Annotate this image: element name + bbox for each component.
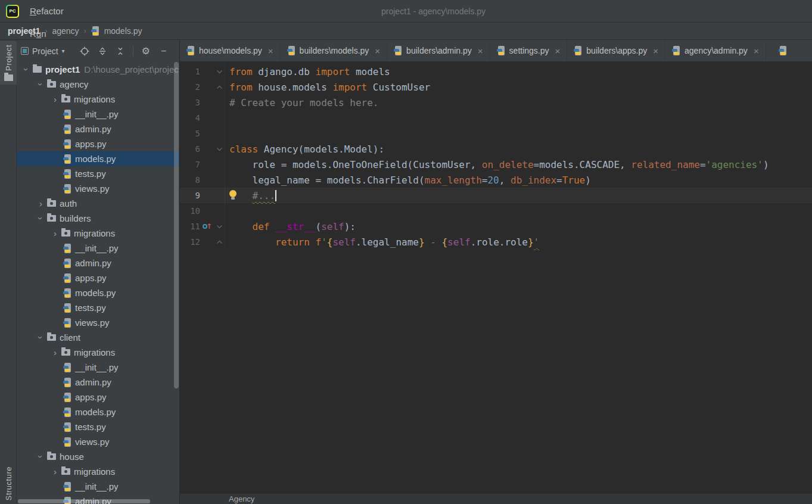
tree-item-views-py[interactable]: views.py bbox=[17, 434, 179, 449]
chevron-down-icon[interactable]: › bbox=[36, 78, 46, 91]
chevron-down-icon[interactable]: › bbox=[36, 331, 46, 344]
code-line-9[interactable]: 9 #... bbox=[180, 188, 812, 203]
tree-item-apps-py[interactable]: apps.py bbox=[17, 136, 179, 151]
code-line-6[interactable]: 6class Agency(models.Model): bbox=[180, 141, 812, 157]
editor-tab-builders-apps-py[interactable]: builders\apps.py× bbox=[567, 40, 665, 61]
lightbulb-icon[interactable] bbox=[229, 190, 237, 200]
code-line-10[interactable]: 10 bbox=[180, 203, 812, 219]
close-icon[interactable]: × bbox=[375, 46, 380, 56]
code-line-11[interactable]: 11↑ def __str__(self): bbox=[180, 219, 812, 234]
tree-item-apps-py[interactable]: apps.py bbox=[17, 390, 179, 405]
stripe-tab-structure[interactable]: Structure bbox=[0, 463, 17, 504]
chevron-right-icon[interactable]: › bbox=[49, 466, 61, 477]
tree-item-migrations[interactable]: ›migrations bbox=[17, 226, 179, 241]
expand-all-icon[interactable] bbox=[97, 46, 108, 57]
tree-item-admin-py[interactable]: admin.py bbox=[17, 256, 179, 270]
tree-item-auth[interactable]: ›auth bbox=[17, 196, 179, 211]
chevron-down-icon[interactable]: › bbox=[36, 450, 46, 463]
chevron-down-icon[interactable]: › bbox=[21, 63, 32, 76]
code-token: #... bbox=[253, 190, 276, 201]
python-file-icon bbox=[63, 422, 71, 432]
chevron-right-icon[interactable]: › bbox=[49, 347, 61, 357]
code-token: { bbox=[441, 237, 447, 248]
menu-refactor[interactable]: Refactor bbox=[24, 0, 71, 23]
chevron-right-icon[interactable]: › bbox=[35, 198, 47, 209]
code-line-4[interactable]: 4 bbox=[180, 110, 812, 126]
editor-tab-builders-models-py[interactable]: builders\models.py× bbox=[281, 40, 388, 61]
tree-item-views-py[interactable]: views.py bbox=[17, 315, 179, 330]
collapse-all-icon[interactable] bbox=[115, 46, 126, 57]
chevron-right-icon[interactable]: › bbox=[49, 94, 61, 104]
fold-up-icon[interactable] bbox=[214, 240, 225, 244]
breadcrumb-file[interactable]: models.py bbox=[104, 26, 142, 36]
editor-tab-agency-admin-py[interactable]: agency\admin.py× bbox=[665, 40, 766, 61]
tree-item--init-py[interactable]: __init__.py bbox=[17, 241, 179, 256]
python-file-icon bbox=[574, 46, 582, 55]
overrides-icon[interactable]: ↑ bbox=[200, 222, 214, 231]
chevron-right-icon[interactable]: › bbox=[49, 228, 61, 238]
stripe-tab-project[interactable]: Project bbox=[0, 41, 17, 85]
code-text: return f'{self.legal_name} - {self.role.… bbox=[225, 234, 812, 250]
tree-item-admin-py[interactable]: admin.py bbox=[17, 122, 179, 136]
tree-item-views-py[interactable]: views.py bbox=[17, 181, 179, 196]
tree-item-models-py[interactable]: models.py bbox=[17, 405, 179, 419]
editor-tab-settings-py[interactable]: settings.py× bbox=[490, 40, 568, 61]
hide-panel-icon[interactable]: − bbox=[158, 46, 169, 57]
project-view-selector[interactable]: Project ▾ bbox=[21, 46, 65, 56]
close-icon[interactable]: × bbox=[555, 46, 561, 56]
tree-item-label: admin.py bbox=[75, 124, 111, 134]
tree-item-migrations[interactable]: ›migrations bbox=[17, 345, 179, 360]
code-token: } bbox=[419, 237, 425, 248]
tree-item-project1[interactable]: ›project1D:\house_project\projec bbox=[17, 62, 179, 77]
tree-item-admin-py[interactable]: admin.py bbox=[17, 375, 179, 390]
tree-item-label: migrations bbox=[74, 466, 115, 477]
tree-item-tests-py[interactable]: tests.py bbox=[17, 300, 179, 315]
code-line-3[interactable]: 3# Create your models here. bbox=[180, 95, 812, 110]
code-line-8[interactable]: 8 legal_name = models.CharField(max_leng… bbox=[180, 172, 812, 188]
close-icon[interactable]: × bbox=[268, 46, 273, 56]
close-icon[interactable]: × bbox=[478, 46, 483, 56]
fold-up-icon[interactable] bbox=[214, 85, 225, 89]
tree-item--init-py[interactable]: __init__.py bbox=[17, 360, 179, 375]
fold-down-icon[interactable] bbox=[214, 70, 225, 74]
code-token: self bbox=[321, 221, 344, 232]
code-token: f bbox=[316, 237, 322, 248]
tree-item-tests-py[interactable]: tests.py bbox=[17, 166, 179, 181]
editor-tab-builders-admin-py[interactable]: builders\admin.py× bbox=[387, 40, 490, 61]
text-caret bbox=[275, 190, 276, 201]
tree-item-migrations[interactable]: ›migrations bbox=[17, 464, 179, 479]
code-area[interactable]: 1from django.db import models2from house… bbox=[180, 62, 812, 493]
tree-item-client[interactable]: ›client bbox=[17, 330, 179, 345]
fold-down-icon[interactable] bbox=[214, 147, 225, 151]
settings-gear-icon[interactable]: ⚙ bbox=[141, 46, 151, 57]
code-token: = bbox=[700, 159, 706, 170]
chevron-down-icon[interactable]: › bbox=[36, 212, 46, 225]
editor-tab-partial[interactable] bbox=[772, 40, 787, 61]
tree-horizontal-scrollbar[interactable] bbox=[18, 499, 150, 503]
close-icon[interactable]: × bbox=[653, 46, 658, 56]
tree-vertical-scrollbar[interactable] bbox=[174, 62, 179, 388]
code-token bbox=[310, 237, 316, 248]
code-line-5[interactable]: 5 bbox=[180, 126, 812, 141]
code-line-2[interactable]: 2from house.models import CustomUser bbox=[180, 79, 812, 95]
code-line-1[interactable]: 1from django.db import models bbox=[180, 64, 812, 79]
tree-item-builders[interactable]: ›builders bbox=[17, 211, 179, 226]
close-icon[interactable]: × bbox=[754, 46, 759, 56]
code-token: , bbox=[499, 175, 511, 186]
scope-breadcrumb[interactable]: Agency bbox=[229, 494, 254, 503]
tree-item-apps-py[interactable]: apps.py bbox=[17, 270, 179, 285]
tree-item-tests-py[interactable]: tests.py bbox=[17, 419, 179, 434]
tree-item-label: models.py bbox=[75, 407, 116, 417]
tree-item-migrations[interactable]: ›migrations bbox=[17, 92, 179, 107]
tree-item-models-py[interactable]: models.py bbox=[17, 151, 179, 166]
tree-item--init-py[interactable]: __init__.py bbox=[17, 107, 179, 122]
tree-item--init-py[interactable]: __init__.py bbox=[17, 479, 179, 494]
fold-down-icon[interactable] bbox=[214, 225, 225, 229]
editor-tab-house-models-py[interactable]: house\models.py× bbox=[180, 40, 281, 61]
tree-item-house[interactable]: ›house bbox=[17, 449, 179, 464]
code-line-12[interactable]: 12 return f'{self.legal_name} - {self.ro… bbox=[180, 234, 812, 250]
tree-item-agency[interactable]: ›agency bbox=[17, 77, 179, 92]
locate-icon[interactable] bbox=[79, 46, 90, 57]
tree-item-models-py[interactable]: models.py bbox=[17, 285, 179, 300]
code-line-7[interactable]: 7 role = models.OneToOneField(CustomUser… bbox=[180, 157, 812, 172]
